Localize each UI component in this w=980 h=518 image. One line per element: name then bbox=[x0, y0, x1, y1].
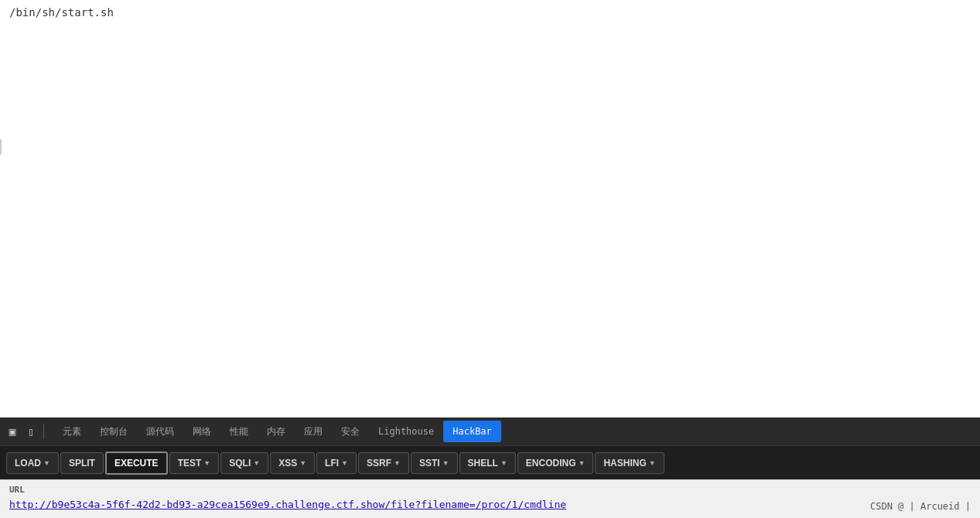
tab-anquan[interactable]: 安全 bbox=[332, 421, 369, 442]
encoding-arrow: ▼ bbox=[578, 459, 585, 467]
tab-separator bbox=[43, 424, 44, 439]
url-value[interactable]: http://b9e53c4a-5f6f-42d2-bd93-a29cea156… bbox=[9, 499, 566, 510]
url-bar: URL http://b9e53c4a-5f6f-42d2-bd93-a29ce… bbox=[0, 479, 980, 518]
main-content: /bin/sh/start.sh bbox=[0, 0, 980, 417]
tab-hackbar[interactable]: HackBar bbox=[443, 421, 501, 442]
url-right-text: CSDN @ | Arcueid | bbox=[870, 501, 971, 512]
url-right-links: CSDN @ | Arcueid | bbox=[870, 501, 971, 512]
devtools-tabbar: ▣ ▯ 元素 控制台 源代码 网络 性能 内存 应用 安全 Lighthouse… bbox=[0, 417, 980, 445]
split-button[interactable]: SPLIT bbox=[60, 452, 104, 474]
cmdline-text: /bin/sh/start.sh bbox=[9, 6, 114, 19]
load-arrow: ▼ bbox=[43, 459, 50, 467]
url-label: URL bbox=[9, 485, 25, 495]
test-arrow: ▼ bbox=[203, 459, 210, 467]
lfi-button[interactable]: LFI ▼ bbox=[316, 452, 357, 474]
sqli-button[interactable]: SQLI ▼ bbox=[220, 452, 268, 474]
device-icon[interactable]: ▯ bbox=[22, 421, 40, 442]
hackbar-toolbar: LOAD ▼ SPLIT EXECUTE TEST ▼ SQLI ▼ XSS ▼… bbox=[0, 445, 980, 479]
tab-yingyong[interactable]: 应用 bbox=[295, 421, 332, 442]
tab-xingneng[interactable]: 性能 bbox=[220, 421, 258, 442]
ssrf-arrow: ▼ bbox=[394, 459, 401, 467]
ssti-arrow: ▼ bbox=[442, 459, 449, 467]
hashing-button[interactable]: HASHING ▼ bbox=[595, 452, 664, 474]
sqli-arrow: ▼ bbox=[253, 459, 260, 467]
left-border bbox=[0, 139, 2, 155]
tab-yuandaima[interactable]: 源代码 bbox=[137, 421, 183, 442]
inspect-icon[interactable]: ▣ bbox=[3, 421, 22, 442]
execute-button[interactable]: EXECUTE bbox=[105, 452, 168, 475]
tab-kongzhitai[interactable]: 控制台 bbox=[90, 421, 137, 442]
tab-neicun[interactable]: 内存 bbox=[258, 421, 295, 442]
test-button[interactable]: TEST ▼ bbox=[169, 452, 220, 474]
tab-wangluo[interactable]: 网络 bbox=[183, 421, 220, 442]
xss-arrow: ▼ bbox=[299, 459, 306, 467]
hashing-arrow: ▼ bbox=[649, 459, 656, 467]
tab-lighthouse[interactable]: Lighthouse bbox=[369, 421, 443, 442]
ssti-button[interactable]: SSTI ▼ bbox=[411, 452, 458, 474]
tab-yuansu[interactable]: 元素 bbox=[53, 421, 90, 442]
devtools-icons: ▣ ▯ bbox=[3, 421, 47, 442]
shell-button[interactable]: SHELL ▼ bbox=[459, 452, 516, 474]
xss-button[interactable]: XSS ▼ bbox=[270, 452, 315, 474]
lfi-arrow: ▼ bbox=[341, 459, 348, 467]
load-button[interactable]: LOAD ▼ bbox=[6, 452, 59, 474]
ssrf-button[interactable]: SSRF ▼ bbox=[358, 452, 409, 474]
shell-arrow: ▼ bbox=[500, 459, 507, 467]
encoding-button[interactable]: ENCODING ▼ bbox=[517, 452, 594, 474]
